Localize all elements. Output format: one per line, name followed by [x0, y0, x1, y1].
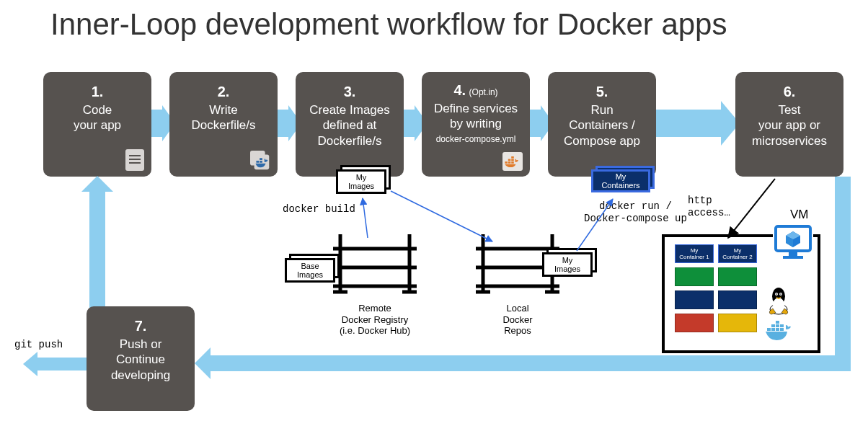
linux-tux-icon: [766, 286, 792, 315]
http-access-label: httpaccess…: [688, 195, 730, 219]
loop-seg-a: [835, 177, 851, 371]
arrow-5-6: [652, 110, 721, 137]
step-7-num: 7.: [94, 316, 187, 335]
step-1-num: 1.: [50, 82, 144, 101]
step-2: 2. WriteDockerfile/s: [169, 72, 278, 177]
svg-rect-5: [505, 161, 508, 164]
vm-cell-gold: [718, 314, 757, 332]
my-images-local-label: MyImages: [542, 252, 593, 277]
document-icon: [125, 149, 144, 171]
step-4-num: 4.: [453, 82, 466, 98]
docker-whale-icon: [764, 319, 796, 344]
step-4-small: docker-compose.yml: [429, 134, 523, 144]
git-push-label: git push: [14, 339, 63, 351]
docker-run-label: docker run /Docker-compose up: [584, 200, 687, 225]
vm-label: VM: [790, 208, 809, 222]
vm-cell-green-1: [675, 267, 714, 286]
vm-cell-navy-1: [675, 290, 714, 309]
git-push-arrow: [37, 358, 88, 370]
step-4-text: Define servicesby writing: [429, 101, 523, 132]
vm-container-1: MyContainer 1: [675, 244, 714, 263]
step-3-text: Create Imagesdefined atDockerfile/s: [303, 102, 397, 148]
loop-arrow-to-7: [195, 347, 211, 379]
svg-rect-9: [511, 159, 514, 161]
svg-rect-32: [767, 328, 771, 331]
svg-rect-4: [260, 158, 262, 160]
step-6-text: Testyour app ormicroservices: [743, 102, 836, 148]
svg-point-31: [780, 293, 781, 295]
docker-build-label: docker build: [283, 203, 355, 216]
remote-registry-label: RemoteDocker Registry(i.e. Docker Hub): [324, 303, 425, 337]
page-title: Inner-Loop development workflow for Dock…: [50, 7, 727, 42]
local-repos-label: LocalDockerRepos: [467, 303, 568, 337]
vm-cell-green-2: [718, 267, 757, 286]
step-4-opt: (Opt.in): [469, 87, 498, 97]
loop-arrow-to-1: [81, 176, 113, 192]
step-2-num: 2.: [177, 82, 270, 101]
base-images-label: BaseImages: [285, 258, 335, 283]
my-images-top-label: MyImages: [336, 169, 386, 194]
step-3-num: 3.: [303, 82, 397, 101]
svg-rect-6: [508, 161, 511, 164]
svg-rect-10: [511, 156, 514, 159]
svg-rect-36: [771, 324, 775, 327]
step-5-text: RunContainers /Compose app: [555, 102, 649, 148]
svg-rect-7: [511, 161, 514, 164]
svg-line-43: [363, 198, 368, 238]
remote-registry-shelf: RemoteDocker Registry(i.e. Docker Hub): [324, 234, 425, 337]
svg-point-30: [776, 293, 777, 295]
svg-rect-33: [771, 328, 775, 331]
step-6-num: 6.: [743, 82, 836, 101]
step-4: 4. (Opt.in) Define servicesby writing do…: [422, 72, 530, 177]
loop-seg-c: [89, 189, 105, 308]
svg-rect-2: [256, 161, 259, 163]
step-7: 7. Push orContinuedeveloping: [87, 306, 195, 411]
step-5-num: 5.: [555, 82, 649, 101]
my-containers-label: MyContainers: [591, 169, 650, 192]
step-6: 6. Testyour app ormicroservices: [735, 72, 843, 177]
svg-rect-37: [776, 324, 779, 327]
svg-rect-42: [783, 256, 803, 259]
svg-rect-41: [789, 252, 797, 256]
svg-rect-39: [776, 321, 779, 324]
step-5: 5. RunContainers /Compose app: [548, 72, 656, 177]
loop-seg-b: [209, 355, 851, 371]
step-3: 3. Create Imagesdefined atDockerfile/s: [296, 72, 404, 177]
dockerfile-icon: [250, 149, 272, 171]
svg-point-27: [773, 298, 784, 312]
step-7-text: Push orContinuedeveloping: [94, 337, 187, 383]
svg-rect-34: [776, 328, 779, 331]
docker-compose-icon: [502, 152, 523, 171]
svg-line-46: [728, 179, 775, 238]
step-1: 1. Codeyour app: [43, 72, 151, 177]
svg-rect-35: [780, 328, 784, 331]
step-2-text: WriteDockerfile/s: [177, 102, 270, 133]
vm-cell-navy-2: [718, 290, 757, 309]
step-1-text: Codeyour app: [50, 102, 144, 133]
svg-rect-38: [780, 324, 784, 327]
svg-rect-3: [260, 161, 262, 163]
vm-container-2: MyContainer 2: [718, 244, 757, 263]
svg-rect-8: [508, 159, 511, 161]
vm-monitor-icon: [773, 223, 813, 261]
vm-cell-red: [675, 314, 714, 332]
